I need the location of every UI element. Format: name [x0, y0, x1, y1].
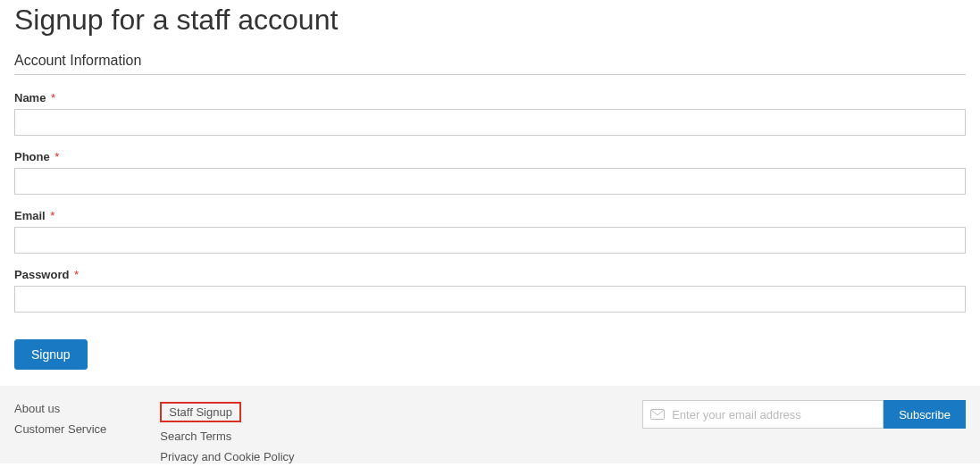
required-mark: * — [74, 268, 79, 281]
signup-page: Signup for a staff account Account Infor… — [0, 4, 980, 386]
field-group-email: Email * — [14, 209, 966, 254]
required-mark: * — [54, 150, 59, 163]
password-label: Password — [14, 268, 69, 281]
footer-col-1: About us Customer Service — [14, 402, 106, 436]
footer-link-customer-service[interactable]: Customer Service — [14, 422, 106, 436]
name-label-row: Name * — [14, 91, 966, 104]
footer-link-staff-signup[interactable]: Staff Signup — [160, 402, 241, 422]
page-title: Signup for a staff account — [14, 4, 966, 37]
email-label: Email — [14, 209, 46, 222]
newsletter: Subscribe — [642, 400, 966, 429]
field-group-password: Password * — [14, 268, 966, 313]
email-label-row: Email * — [14, 209, 966, 222]
password-label-row: Password * — [14, 268, 966, 281]
newsletter-input-wrap — [642, 400, 884, 429]
envelope-icon — [650, 409, 665, 420]
field-group-phone: Phone * — [14, 150, 966, 195]
newsletter-email-field[interactable] — [665, 401, 883, 428]
footer-link-privacy[interactable]: Privacy and Cookie Policy — [160, 450, 294, 463]
password-field[interactable] — [14, 286, 966, 313]
footer-col-2: Staff Signup Search Terms Privacy and Co… — [160, 402, 294, 463]
footer-link-search-terms[interactable]: Search Terms — [160, 429, 294, 443]
phone-label-row: Phone * — [14, 150, 966, 163]
footer-link-about[interactable]: About us — [14, 402, 106, 415]
field-group-name: Name * — [14, 91, 966, 136]
name-field[interactable] — [14, 109, 966, 136]
subscribe-button[interactable]: Subscribe — [884, 400, 966, 429]
required-mark: * — [51, 91, 55, 104]
name-label: Name — [14, 91, 46, 104]
phone-field[interactable] — [14, 168, 966, 195]
section-title: Account Information — [14, 53, 966, 75]
email-field[interactable] — [14, 227, 966, 254]
required-mark: * — [50, 209, 54, 222]
footer: About us Customer Service Staff Signup S… — [0, 386, 980, 463]
signup-button[interactable]: Signup — [14, 339, 88, 370]
phone-label: Phone — [14, 150, 50, 163]
